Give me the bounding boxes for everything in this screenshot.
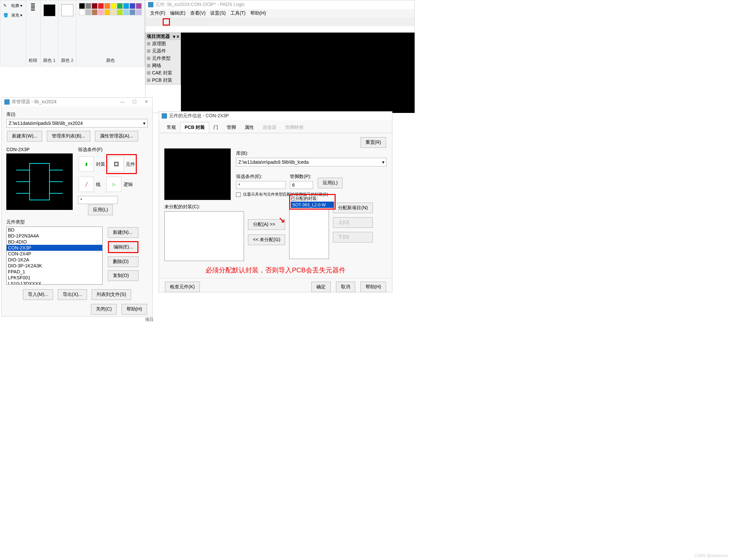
- pads-menubar[interactable]: 文件(F)编辑(E)查看(V)设置(S)工具(T)帮助(H): [145, 9, 414, 18]
- tb-btn-4[interactable]: [179, 18, 186, 26]
- assign-new-button[interactable]: 分配新项目(N): [333, 203, 372, 213]
- list-item[interactable]: BD-4DIO: [7, 239, 102, 245]
- filter-text-input[interactable]: [78, 196, 118, 204]
- manage-list-button[interactable]: 管理库列表(B)...: [47, 131, 90, 141]
- maximize-button[interactable]: ☐: [130, 99, 139, 105]
- tree-item[interactable]: 原理图: [145, 40, 181, 47]
- list-item[interactable]: LPKSF001: [7, 275, 102, 281]
- color-palette[interactable]: [79, 3, 142, 15]
- list-item[interactable]: DIO-3P-1K2A3K: [7, 263, 102, 269]
- color-swatch[interactable]: [123, 3, 129, 9]
- color2-swatch[interactable]: [61, 4, 73, 16]
- list-item[interactable]: CON-2X4P: [7, 251, 102, 257]
- list-item[interactable]: FPAD_1: [7, 269, 102, 275]
- show-only-checkbox[interactable]: [236, 192, 241, 197]
- menu-item[interactable]: 帮助(H): [248, 10, 268, 17]
- reset-button[interactable]: 重置(R): [361, 137, 386, 148]
- tb-btn-3[interactable]: [171, 18, 178, 26]
- fill-tool[interactable]: 🪣 填充 ▾: [3, 13, 22, 20]
- tab-attr[interactable]: 属性: [240, 122, 258, 133]
- color-swatch[interactable]: [111, 3, 117, 9]
- pincount-input[interactable]: [290, 181, 313, 189]
- move-up-button[interactable]: 上(U): [333, 217, 372, 228]
- color1-swatch[interactable]: [44, 4, 55, 16]
- tb-btn-6[interactable]: [195, 18, 202, 26]
- pi-lib-dropdown[interactable]: Z:\w11data\m\pads9.5lib\lib_lceda: [236, 158, 387, 166]
- menu-item[interactable]: 编辑(E): [168, 10, 188, 17]
- parts-listbox[interactable]: BDBD-1P2N3A4ABD-4DIOCON-2X3PCON-2X4PDIO-…: [6, 227, 103, 285]
- color-swatch[interactable]: [92, 9, 98, 15]
- color-swatch[interactable]: [117, 9, 123, 15]
- import-button[interactable]: 导入(M)...: [23, 289, 53, 300]
- color-swatch[interactable]: [98, 3, 104, 9]
- color-swatch[interactable]: [123, 9, 129, 15]
- color-swatch[interactable]: [117, 3, 123, 9]
- tree-item[interactable]: 网络: [145, 62, 181, 69]
- filter-decal-button[interactable]: ▮: [79, 156, 94, 172]
- close-button[interactable]: ✕: [142, 99, 151, 105]
- assigned-listbox[interactable]: [289, 209, 329, 259]
- filter-part-button[interactable]: 🔲: [109, 156, 124, 172]
- list-to-file-button[interactable]: 列表到文件(S): [92, 289, 131, 300]
- tab-gate[interactable]: 门: [209, 122, 223, 133]
- check-part-button[interactable]: 检查元件(K): [165, 282, 200, 292]
- list-item[interactable]: BD-1P2N3A4A: [7, 233, 102, 239]
- color-swatch[interactable]: [136, 3, 142, 9]
- cancel-button[interactable]: 取消: [336, 282, 355, 292]
- tb-btn-2[interactable]: [155, 18, 162, 26]
- delete-part-button[interactable]: 删除(D): [108, 256, 138, 267]
- copy-part-button[interactable]: 复制(O): [108, 270, 138, 281]
- color-swatch[interactable]: [104, 9, 110, 15]
- color-swatch[interactable]: [130, 3, 136, 9]
- menu-item[interactable]: 查看(V): [188, 10, 208, 17]
- thickness-icon[interactable]: ≡≡: [31, 3, 35, 11]
- minimize-button[interactable]: —: [118, 99, 127, 105]
- new-lib-button[interactable]: 新建库(W)...: [7, 131, 42, 141]
- pi-help-button[interactable]: 帮助(H): [361, 282, 386, 292]
- menu-item[interactable]: 设置(S): [208, 10, 228, 17]
- color-swatch[interactable]: [111, 9, 117, 15]
- tree-item[interactable]: CAE 封装: [145, 69, 181, 77]
- color-swatch[interactable]: [136, 9, 142, 15]
- tab-pin[interactable]: 管脚: [223, 122, 240, 133]
- list-item[interactable]: BD: [7, 227, 102, 233]
- lib-path-dropdown[interactable]: Z:\w11data\m\pads9.5lib\lib_xx2024: [6, 119, 148, 128]
- color-swatch[interactable]: [79, 9, 85, 15]
- menu-item[interactable]: 文件(F): [148, 10, 167, 17]
- close-dialog-button[interactable]: 关闭(C): [91, 304, 117, 315]
- tab-general[interactable]: 常规: [162, 122, 180, 133]
- tb-btn-highlighted[interactable]: [163, 18, 170, 26]
- tree-item[interactable]: PCB 封装: [145, 77, 181, 84]
- schematic-canvas[interactable]: [181, 33, 414, 113]
- help-button[interactable]: 帮助(H): [122, 304, 147, 315]
- tb-btn-1[interactable]: [147, 18, 154, 26]
- list-item[interactable]: DIO-1K2A: [7, 257, 102, 263]
- color-swatch[interactable]: [85, 9, 91, 15]
- unassigned-listbox[interactable]: [164, 211, 244, 261]
- new-part-button[interactable]: 新建(N)...: [108, 227, 138, 238]
- move-down-button[interactable]: 下(D): [333, 232, 372, 242]
- tb-btn-5[interactable]: [187, 18, 194, 26]
- filter-line-button[interactable]: ╱: [79, 177, 94, 192]
- tree-item[interactable]: 元件类型: [145, 55, 181, 62]
- edit-part-button[interactable]: 编辑(E)...: [108, 241, 138, 253]
- ok-button[interactable]: 确定: [312, 282, 331, 292]
- assigned-decal-item[interactable]: SOT-363_L2.0-W: [291, 202, 334, 208]
- color-swatch[interactable]: [98, 9, 104, 15]
- apply-filter-button[interactable]: 应用(L): [88, 205, 113, 215]
- filter-logic-button[interactable]: ▷: [106, 177, 122, 192]
- tab-pcb-decal[interactable]: PCB 封装: [180, 122, 209, 133]
- color-swatch[interactable]: [85, 3, 91, 9]
- pads-toolbar[interactable]: [145, 18, 414, 26]
- list-item[interactable]: CON-2X3P: [7, 245, 102, 251]
- export-button[interactable]: 导出(X)...: [58, 289, 87, 300]
- color-swatch[interactable]: [92, 3, 98, 9]
- menu-item[interactable]: 工具(T): [229, 10, 248, 17]
- color-swatch[interactable]: [104, 3, 110, 9]
- outline-tool[interactable]: ✎ 轮廓 ▾: [3, 3, 22, 10]
- tb-btn-7[interactable]: [203, 18, 210, 26]
- attr-mgr-button[interactable]: 属性管理器(A)...: [95, 131, 138, 141]
- color-swatch[interactable]: [130, 9, 136, 15]
- list-item[interactable]: LS10-13DXXXX: [7, 281, 102, 285]
- unassign-button[interactable]: << 未分配(G): [248, 234, 285, 245]
